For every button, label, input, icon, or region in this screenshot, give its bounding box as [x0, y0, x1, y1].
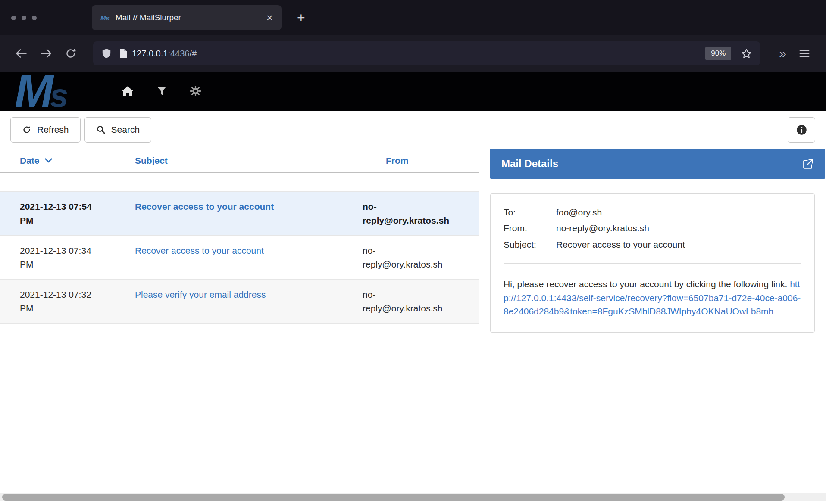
field-subject: Subject: Recover access to your account [504, 238, 801, 251]
url-bar[interactable]: 127.0.0.1:4436/# 90% [93, 41, 760, 65]
search-button[interactable]: Search [84, 117, 152, 143]
mail-date: 2021-12-13 07:54 PM [0, 200, 106, 227]
mail-date: 2021-12-13 07:34 PM [0, 244, 106, 271]
field-from: From: no-reply@ory.kratos.sh [504, 222, 801, 235]
search-button-label: Search [111, 124, 140, 135]
tab-title: Mail // MailSlurper [116, 13, 262, 22]
filter-icon[interactable] [157, 87, 166, 96]
home-icon[interactable] [122, 86, 134, 97]
hamburger-menu-icon [798, 47, 811, 60]
details-divider [504, 263, 801, 264]
bookmark-star-icon[interactable] [741, 48, 752, 59]
table-row[interactable]: 2021-12-13 07:34 PM Recover access to yo… [0, 236, 479, 280]
field-to: To: foo@ory.sh [504, 206, 801, 219]
subject-label: Subject: [504, 238, 556, 251]
forward-button[interactable] [39, 47, 53, 60]
settings-gear-icon[interactable] [190, 85, 201, 97]
url-host: 127.0.0.1 [132, 49, 168, 58]
scrollbar-thumb[interactable] [2, 494, 785, 501]
menu-button[interactable] [798, 47, 811, 60]
reload-button[interactable] [64, 47, 77, 60]
new-tab-button[interactable]: + [297, 11, 305, 25]
back-arrow-icon [14, 47, 28, 60]
mail-details-title: Mail Details [501, 158, 558, 170]
window-control-dot[interactable] [22, 16, 26, 20]
window-control-dot[interactable] [11, 16, 16, 20]
mail-details-card: To: foo@ory.sh From: no-reply@ory.kratos… [490, 193, 815, 333]
mail-from: no-reply@ory.kratos.sh [363, 200, 479, 227]
reload-icon [64, 47, 77, 60]
mail-subject-link[interactable]: Recover access to your account [106, 244, 363, 271]
window-control-dot[interactable] [32, 16, 37, 20]
subject-value: Recover access to your account [556, 238, 801, 251]
mail-from: no-reply@ory.kratos.sh [363, 288, 479, 315]
mailslurper-logo: M s [15, 72, 68, 111]
logo-letter-s: s [50, 79, 68, 111]
refresh-icon [22, 125, 31, 134]
mailslurper-header: M s [0, 72, 826, 111]
column-header-from[interactable]: From [363, 156, 479, 166]
mail-rows: 2021-12-13 07:54 PM Recover access to yo… [0, 191, 479, 324]
date-header-label: Date [20, 156, 40, 166]
from-value: no-reply@ory.kratos.sh [556, 222, 801, 235]
mail-from: no-reply@ory.kratos.sh [363, 244, 479, 271]
column-header-date[interactable]: Date [0, 156, 106, 166]
external-link-icon [802, 158, 814, 170]
page-info-icon [119, 48, 128, 59]
mail-date: 2021-12-13 07:32 PM [0, 288, 106, 315]
mail-list-pane: Date Subject From 2021-12-13 07:54 PM Re… [0, 149, 479, 466]
window-controls[interactable] [11, 16, 37, 20]
info-icon [796, 124, 807, 136]
zoom-level-badge[interactable]: 90% [705, 47, 731, 60]
app-toolbar: Refresh Search [0, 111, 826, 149]
table-row[interactable]: 2021-12-13 07:54 PM Recover access to yo… [0, 191, 479, 236]
to-label: To: [504, 206, 556, 219]
browser-tab[interactable]: Ms Mail // MailSlurper × [92, 5, 282, 30]
mail-details-pane: Mail Details To: foo@ory.sh From: no-rep… [479, 149, 826, 466]
mail-subject-link[interactable]: Recover access to your account [106, 200, 363, 227]
mail-details-header: Mail Details [490, 149, 825, 179]
from-label: From: [504, 222, 556, 235]
logo-letter-m: M [15, 72, 51, 111]
to-value: foo@ory.sh [556, 206, 801, 219]
column-header-subject[interactable]: Subject [106, 156, 363, 166]
browser-tab-bar: Ms Mail // MailSlurper × + [0, 0, 826, 35]
main-content: Date Subject From 2021-12-13 07:54 PM Re… [0, 149, 826, 466]
bottom-divider [0, 479, 826, 479]
url-text[interactable]: 127.0.0.1:4436/# [132, 49, 705, 59]
tab-close-icon[interactable]: × [266, 12, 273, 23]
info-button[interactable] [788, 117, 815, 143]
table-row[interactable]: 2021-12-13 07:32 PM Please verify your e… [0, 280, 479, 324]
search-icon [96, 125, 106, 134]
browser-nav-bar: 127.0.0.1:4436/# 90% » [0, 35, 826, 72]
refresh-button[interactable]: Refresh [10, 117, 81, 143]
mailslurper-favicon-icon: Ms [100, 14, 110, 22]
sort-chevron-down-icon [45, 158, 52, 163]
url-path: /# [189, 49, 197, 58]
open-external-button[interactable] [802, 158, 814, 170]
mail-list-header-row: Date Subject From [0, 149, 479, 173]
mail-body-text: Hi, please recover access to your accoun… [504, 279, 790, 289]
url-port: :4436 [168, 49, 189, 58]
forward-arrow-icon [39, 47, 53, 60]
horizontal-scrollbar[interactable] [0, 493, 826, 501]
mail-subject-link[interactable]: Please verify your email address [106, 288, 363, 315]
shield-icon[interactable] [101, 48, 112, 59]
mail-body: Hi, please recover access to your accoun… [504, 277, 801, 318]
toolbar-overflow-button[interactable]: » [779, 47, 786, 60]
refresh-button-label: Refresh [37, 124, 69, 135]
back-button[interactable] [14, 47, 28, 60]
